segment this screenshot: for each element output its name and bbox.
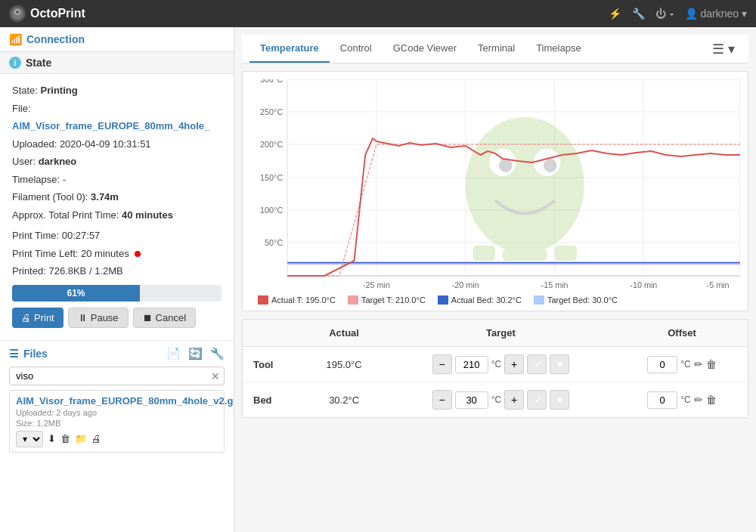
bed-offset-cell: °C ✏ 🗑	[616, 382, 748, 418]
table-row: Tool 195.0°C − °C + ✓ ▾	[243, 347, 748, 382]
tool-target-plus[interactable]: +	[504, 354, 524, 374]
temperature-table: Actual Target Offset Tool 195.0°C −	[243, 320, 748, 417]
file-actions: ▾ ⬇ 🗑 📁 🖨	[16, 431, 218, 447]
bed-offset-input[interactable]	[647, 391, 677, 409]
state-body: State: Printing File: AIM_Visor_frame_EU…	[0, 77, 234, 334]
print-file-icon[interactable]: 🖨	[91, 433, 101, 444]
tool-offset-cell: °C ✏ 🗑	[616, 347, 748, 382]
timelapse-value: -	[63, 174, 66, 185]
main-content: Temperature Control GCode Viewer Termina…	[234, 27, 756, 532]
tool-offset-trash-icon[interactable]: 🗑	[706, 358, 717, 370]
print-time-row: Print Time: 00:27:57	[12, 228, 222, 243]
file-action-select[interactable]: ▾	[16, 431, 43, 447]
bed-offset-trash-icon[interactable]: 🗑	[706, 394, 717, 406]
cancel-button[interactable]: ⏹ Cancel	[133, 308, 196, 328]
upload-icon[interactable]: 📄	[166, 347, 181, 360]
list-item[interactable]: AIM_Visor_frame_EUROPE_80mm_4hole_v2.gco…	[9, 390, 225, 453]
svg-text:150°C: 150°C	[260, 173, 283, 182]
print-time-label: Print Time:	[12, 230, 62, 241]
file-size: Size: 1.2MB	[16, 419, 218, 428]
tool-target-minus[interactable]: −	[432, 354, 452, 374]
bed-target-plus[interactable]: +	[504, 390, 524, 410]
progress-bar-wrap: 61%	[12, 285, 222, 302]
delete-icon[interactable]: 🗑	[60, 433, 70, 444]
user-row: User: darkneo	[12, 154, 222, 169]
connection-label: Connection	[26, 33, 85, 45]
bed-actual: 30.2°C	[302, 382, 385, 418]
legend-swatch-actual-t	[258, 295, 268, 305]
legend-swatch-actual-bed	[438, 295, 448, 305]
tab-gcode-viewer[interactable]: GCode Viewer	[383, 35, 467, 63]
info-icon: i	[9, 57, 21, 69]
cancel-label: Cancel	[156, 312, 186, 323]
search-input[interactable]	[9, 367, 225, 385]
bed-target-minus[interactable]: −	[432, 390, 452, 410]
download-icon[interactable]: ⬇	[48, 433, 56, 444]
approx-label: Approx. Total Print Time:	[12, 209, 122, 221]
uploaded-label: Uploaded:	[12, 138, 60, 150]
timelapse-row: Timelapse: -	[12, 172, 222, 187]
svg-text:100°C: 100°C	[260, 206, 283, 215]
wrench-icon[interactable]: 🔧	[632, 8, 645, 20]
tool-offset-edit-icon[interactable]: ✏	[694, 358, 703, 370]
tab-terminal[interactable]: Terminal	[467, 35, 525, 63]
svg-text:-10 min: -10 min	[630, 280, 657, 289]
connection-header[interactable]: 📶 Connection	[0, 27, 234, 48]
svg-text:200°C: 200°C	[260, 140, 283, 149]
print-time-left-row: Print Time Left: 20 minutes	[12, 246, 222, 261]
brand-name: OctoPrint	[30, 7, 85, 20]
tab-control[interactable]: Control	[330, 35, 383, 63]
files-title[interactable]: ☰ Files	[9, 348, 166, 360]
svg-text:-5 min: -5 min	[707, 280, 730, 289]
svg-text:-20 min: -20 min	[452, 280, 479, 289]
svg-rect-22	[503, 249, 547, 261]
file-uploaded: Uploaded: 2 days ago	[16, 408, 218, 417]
tool-offset-input[interactable]	[647, 356, 677, 373]
pause-button[interactable]: ⏸ Pause	[68, 308, 129, 328]
uploaded-row: Uploaded: 2020-04-09 10:31:51	[12, 137, 222, 152]
tool-target-dropdown[interactable]: ▾	[550, 354, 569, 374]
progress-label: 61%	[67, 288, 85, 298]
user-menu[interactable]: 👤 darkneo ▾	[685, 8, 747, 20]
tool-target-confirm[interactable]: ✓	[527, 354, 547, 374]
printed-label: Printed:	[12, 265, 48, 277]
power-btn[interactable]: ⏻ ▾	[655, 8, 674, 20]
legend-label-target-t: Target T: 210.0°C	[361, 295, 426, 305]
bed-offset-edit-icon[interactable]: ✏	[694, 394, 703, 406]
refresh-icon[interactable]: 🔄	[188, 347, 203, 360]
tab-timelapse[interactable]: Timelapse	[525, 35, 591, 63]
files-label: Files	[23, 348, 48, 360]
brand: OctoPrint	[9, 5, 85, 22]
state-title: State	[26, 57, 51, 69]
tab-temperature[interactable]: Temperature	[249, 35, 330, 63]
file-row: File:	[12, 101, 222, 116]
clear-search-button[interactable]: ✕	[211, 370, 220, 382]
state-label: State:	[12, 85, 41, 96]
svg-rect-21	[473, 246, 495, 261]
chart-container: 300°C 250°C 200°C 150°C 100°C 50°C -25 m…	[242, 71, 748, 311]
print-time-left-value: 20 minutes	[81, 248, 129, 259]
tool-offset-control: °C ✏ 🗑	[627, 356, 737, 373]
files-header: ☰ Files 📄 🔄 🔧	[0, 340, 234, 367]
tool-target-input[interactable]	[455, 356, 488, 373]
bed-offset-control: °C ✏ 🗑	[627, 391, 737, 409]
svg-text:250°C: 250°C	[260, 107, 283, 116]
bed-offset-unit: °C	[680, 394, 690, 405]
uploaded-value: 2020-04-09 10:31:51	[60, 138, 151, 150]
print-button[interactable]: 🖨 Print	[12, 308, 64, 328]
settings-icon[interactable]: 🔧	[210, 347, 225, 360]
print-time-left-label: Print Time Left:	[12, 248, 81, 259]
filename-value: AIM_Visor_frame_EUROPE_80mm_4hole_	[12, 120, 209, 131]
folder-icon[interactable]: 📁	[75, 433, 87, 444]
legend-label-target-bed: Target Bed: 30.0°C	[547, 295, 618, 305]
bed-target-input[interactable]	[455, 391, 488, 409]
action-buttons: 🖨 Print ⏸ Pause ⏹ Cancel	[12, 308, 222, 328]
timelapse-label: Timelapse:	[12, 174, 63, 185]
chart-area: 300°C 250°C 200°C 150°C 100°C 50°C -25 m…	[250, 79, 740, 291]
bed-target-dropdown[interactable]: ▾	[550, 390, 569, 410]
pause-icon: ⏸	[78, 312, 88, 323]
bed-target-confirm[interactable]: ✓	[527, 390, 547, 410]
bed-target-unit: °C	[491, 394, 501, 405]
tab-menu-button[interactable]: ☰ ▾	[706, 38, 741, 60]
row-name-bed: Bed	[243, 382, 302, 418]
